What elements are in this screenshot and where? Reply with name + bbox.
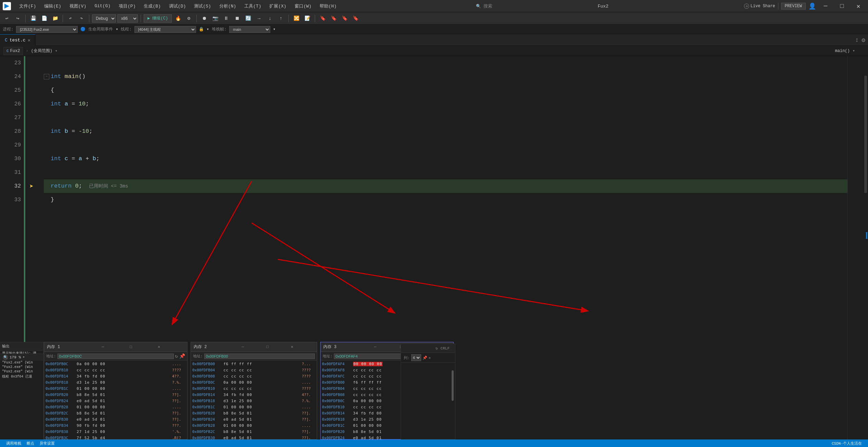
memory-1-maximize[interactable]: □ [130,345,156,349]
menu-project[interactable]: 项目(P) [115,2,140,11]
menu-edit[interactable]: 编辑(E) [40,2,65,11]
redo-button[interactable]: ↷ [77,14,86,23]
memory-2-close[interactable]: ✕ [291,344,314,349]
memory-row: 0x00FDFB18d3 1e 25 00?.%. [191,398,317,404]
col-pin-icon[interactable]: 📌 [423,356,427,360]
memory-2-addr-input[interactable] [204,354,315,359]
bookmark-btn-3[interactable]: 🔖 [340,14,349,23]
stop-button[interactable]: ⏹ [232,14,242,23]
thread-select[interactable]: [4044] 主线程 [134,26,196,33]
menu-build[interactable]: 生成(B) [140,2,165,11]
menu-bar: 文件(F) 编辑(E) 视图(V) Git(G) 项目(P) 生成(B) 调试(… [15,2,341,11]
record-button[interactable]: ⏺ [199,14,209,23]
memory-window-2: 内存 2 ─ □ ✕ 地址: 0x00FDFB00f6 ff ff ff?...… [191,342,317,439]
restart-button[interactable]: 🔄 [243,14,253,23]
line-num-28: 28 [0,125,24,138]
line-num-24: 24 [0,70,24,84]
menu-help[interactable]: 帮助(H) [315,2,340,11]
extra-btn-1[interactable]: 🔀 [292,14,301,23]
memory-3-minimize[interactable]: ─ [374,345,399,349]
new-tab-button[interactable]: ↕ ⚙ [852,36,868,44]
menu-analyze[interactable]: 分析(N) [215,2,240,11]
memory-1-close[interactable]: ✕ [158,344,184,349]
scrollbar-thumb[interactable] [864,76,867,193]
debug-mode-select[interactable]: Debug [92,14,116,23]
status-exceptions[interactable]: 异常设置 [37,441,57,446]
new-file-button[interactable]: 📄 [39,14,49,23]
back-button[interactable]: ↩ [2,14,12,23]
menu-file[interactable]: 文件(F) [15,2,40,11]
tab-test-c[interactable]: C test.c ✕ [0,34,36,46]
status-callstack[interactable]: 调用堆栈 [3,441,24,446]
panel-toggle-icon[interactable]: ↕ [855,37,859,43]
memory-2-minimize[interactable]: ─ [242,345,265,349]
extra-btn-2[interactable]: 📝 [302,14,312,23]
bookmark-btn-1[interactable]: 🔖 [318,14,327,23]
col-close-icon[interactable]: ✕ [429,356,431,360]
step-out-button[interactable]: ↑ [276,14,286,23]
debug-btn-2[interactable]: 🔥 [173,14,183,23]
zoom-dot[interactable]: • [22,355,25,360]
memory-1-pin[interactable]: 📌 [179,353,185,359]
live-share-button[interactable]: Live Share [744,3,775,9]
forward-button[interactable]: ↪ [13,14,23,23]
menu-debug[interactable]: 调试(D) [165,2,190,11]
step-into-button[interactable]: ↓ [265,14,275,23]
close-button[interactable]: ✕ [852,0,865,12]
undo-button[interactable]: ↶ [66,14,75,23]
settings-icon[interactable]: ⚙ [861,36,865,44]
live-share-area: Live Share PREVIEW 👤 ─ □ ✕ [744,0,865,12]
maximize-button[interactable]: □ [835,0,849,12]
code-line-33: } [44,193,847,207]
arch-select[interactable]: x86 [117,14,138,23]
menu-tools[interactable]: 工具(T) [240,2,265,11]
preview-button[interactable]: PREVIEW [781,3,806,10]
menu-view[interactable]: 视图(V) [65,2,90,11]
memory-1-refresh[interactable]: ↻ [175,353,178,359]
open-folder-button[interactable]: 📁 [50,14,60,23]
menu-test[interactable]: 测试(S) [190,2,215,11]
pause-button[interactable]: ⏸ [221,14,231,23]
user-avatar[interactable]: 👤 [808,2,816,10]
camera-button[interactable]: 📷 [210,14,220,23]
memory-2-addr-label: 地址: [193,354,203,359]
app-title: 🔍 搜索 Fux2 [345,3,740,9]
output-title: 输出 [0,342,43,350]
thread-label: 线程: [121,26,131,32]
title-bar: 文件(F) 编辑(E) 视图(V) Git(G) 项目(P) 生成(B) 调试(… [0,0,868,12]
bookmark-btn-4[interactable]: 🔖 [351,14,360,23]
breadcrumb-project[interactable]: Fux2 [10,49,20,53]
menu-extensions[interactable]: 扩展(X) [265,2,290,11]
step-over-button[interactable]: → [254,14,264,23]
zoom-icon[interactable]: 🔍 [3,355,8,360]
col-refresh-icon[interactable]: ↻ [436,346,438,350]
menu-git[interactable]: Git(G) [90,2,115,10]
tab-close-button[interactable]: ✕ [28,37,30,43]
continue-button[interactable]: ▶ 继续(C) [144,14,172,23]
separator-5 [196,15,197,22]
minimize-button[interactable]: ─ [819,0,832,12]
code-line-30: int c = a + b; [44,152,847,166]
memory-1-minimize[interactable]: ─ [102,345,128,349]
menu-window[interactable]: 窗口(W) [290,2,315,11]
memory-1-addr-input[interactable] [57,354,174,359]
breadcrumb-func[interactable]: main() [835,49,850,53]
status-breakpoints[interactable]: 断点 [24,441,37,446]
bookmark-btn-2[interactable]: 🔖 [329,14,338,23]
collapse-button[interactable]: − [44,74,49,79]
line-num-30: 30 [0,152,24,166]
stack-select[interactable]: main [229,26,270,33]
col-scrollbar-thumb[interactable] [452,370,454,401]
col-value-row: 列: 4 📌 ✕ [401,353,455,363]
current-arrow: ➤ [29,182,34,191]
col-select[interactable]: 4 [411,354,421,361]
lifecycle-label: 🔵 [80,27,86,32]
process-select[interactable]: [23532] Fux2.exe [16,26,78,33]
memory-2-maximize[interactable]: □ [266,345,289,349]
save-button[interactable]: 💾 [28,14,38,23]
debug-btn-3[interactable]: ⚙ [184,14,194,23]
line-num-23: 23 [0,56,24,70]
breadcrumb-scope[interactable]: (全局范围) [31,48,52,54]
memory-windows-container: 内存 1 ─ □ ✕ 地址: ↻ 📌 0x00FDFB0C0a 00 00 00… [44,342,455,439]
memory-row: 0x00FDFB3827 1d 25 00'.%. [44,429,187,435]
